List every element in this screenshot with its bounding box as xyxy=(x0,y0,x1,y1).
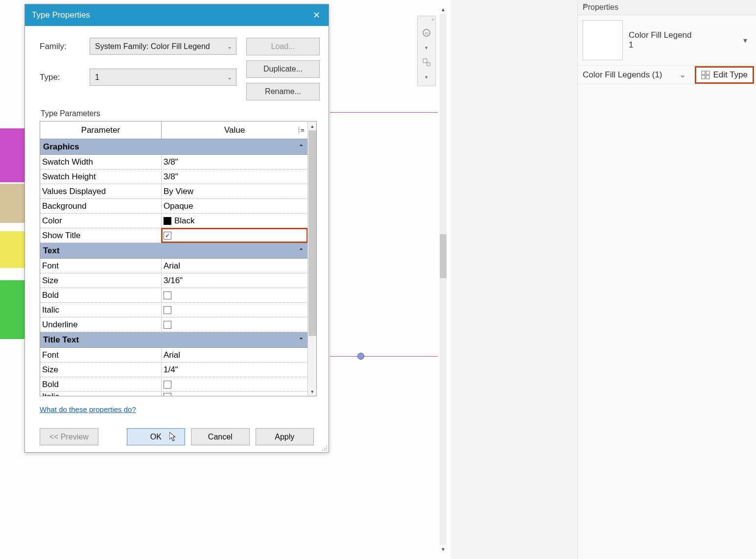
param-value[interactable]: 1/4" xyxy=(162,363,307,377)
param-t-bold[interactable]: Bold xyxy=(40,377,307,392)
svg-point-11 xyxy=(322,450,323,451)
param-value[interactable] xyxy=(162,303,307,317)
param-value[interactable]: Opaque xyxy=(162,199,307,213)
param-label: Swatch Height xyxy=(40,170,162,184)
svg-point-12 xyxy=(324,450,325,451)
plan-region-green xyxy=(0,280,25,339)
param-value[interactable]: By View xyxy=(162,184,307,198)
apply-button[interactable]: Apply xyxy=(256,428,314,445)
param-t-size[interactable]: Size 1/4" xyxy=(40,363,307,377)
group-title-text-label: Title Text xyxy=(43,335,79,345)
checkbox-icon[interactable] xyxy=(164,292,171,299)
nav-close-icon[interactable]: × xyxy=(431,17,434,23)
col-value-header[interactable]: Value = xyxy=(162,122,307,139)
family-label: Family: xyxy=(40,42,81,51)
duplicate-button[interactable]: Duplicate... xyxy=(246,60,320,78)
type-combo[interactable]: 1 ⌄ xyxy=(90,69,236,86)
type-selector-text: Color Fill Legend 1 xyxy=(629,30,737,50)
col-parameter-header[interactable]: Parameter xyxy=(40,122,162,139)
collapse-icon[interactable]: ⌃ xyxy=(299,337,304,343)
param-background[interactable]: Background Opaque xyxy=(40,199,307,214)
nav-caret2-icon[interactable]: ▾ xyxy=(422,72,431,82)
rename-button[interactable]: Rename... xyxy=(246,83,320,100)
table-scrollbar[interactable]: ▴ ▾ xyxy=(307,122,316,396)
param-label: Background xyxy=(40,199,162,213)
param-value[interactable]: 3/8" xyxy=(162,155,307,169)
type-selector-caret-icon[interactable]: ▾ xyxy=(743,36,751,45)
param-value[interactable]: 3/8" xyxy=(162,170,307,184)
param-value[interactable]: 3/16" xyxy=(162,273,307,288)
svg-rect-6 xyxy=(702,75,705,79)
param-swatch-height[interactable]: Swatch Height 3/8" xyxy=(40,170,307,184)
checkbox-icon[interactable] xyxy=(164,232,171,240)
family-combo[interactable]: System Family: Color Fill Legend ⌄ xyxy=(90,38,236,55)
param-value[interactable] xyxy=(162,228,307,243)
drag-handle-dot[interactable] xyxy=(357,353,364,360)
type-parameters-table: Parameter Value = Graphics ⌃ Swatch Widt… xyxy=(40,121,317,396)
param-color[interactable]: Color Black xyxy=(40,214,307,228)
group-graphics-label: Graphics xyxy=(43,142,79,152)
svg-point-9 xyxy=(324,448,325,449)
param-italic[interactable]: Italic xyxy=(40,303,307,317)
svg-rect-5 xyxy=(706,71,709,74)
param-t-italic[interactable]: Italic xyxy=(40,392,307,396)
param-value[interactable]: Arial xyxy=(162,348,307,362)
plan-region-tan xyxy=(0,184,25,223)
group-text[interactable]: Text ⌃ xyxy=(40,243,307,259)
dialog-close-button[interactable]: ✕ xyxy=(308,7,325,23)
param-value[interactable] xyxy=(162,288,307,302)
scroll-down-icon[interactable]: ▾ xyxy=(308,387,316,396)
param-values-displayed[interactable]: Values Displayed By View xyxy=(40,184,307,199)
category-dropdown[interactable]: Color Fill Legends (1) ⌄ xyxy=(578,68,695,82)
param-size[interactable]: Size 3/16" xyxy=(40,273,307,288)
plan-region-magenta xyxy=(0,128,25,182)
help-link[interactable]: What do these properties do? xyxy=(40,405,136,413)
param-label: Swatch Width xyxy=(40,155,162,169)
group-title-text[interactable]: Title Text ⌃ xyxy=(40,332,307,348)
canvas-scrollbar[interactable]: ▴ ▾ xyxy=(438,5,448,554)
dialog-titlebar[interactable]: Type Properties ✕ xyxy=(25,4,329,26)
param-value[interactable] xyxy=(162,392,307,396)
scroll-up-icon[interactable]: ▴ xyxy=(308,122,316,130)
type-family-name: Color Fill Legend xyxy=(629,30,737,40)
scroll-down-icon[interactable]: ▾ xyxy=(439,545,448,554)
param-underline[interactable]: Underline xyxy=(40,317,307,332)
steering-wheel-icon[interactable]: 2D xyxy=(422,28,431,38)
param-label: Size xyxy=(40,363,162,377)
checkbox-icon[interactable] xyxy=(164,393,171,396)
svg-rect-4 xyxy=(702,71,705,74)
scroll-up-icon[interactable]: ▴ xyxy=(439,5,448,14)
preview-button[interactable]: << Preview xyxy=(40,428,98,445)
checkbox-icon[interactable] xyxy=(164,306,171,314)
param-swatch-width[interactable]: Swatch Width 3/8" xyxy=(40,155,307,170)
edit-type-icon xyxy=(701,71,710,79)
scroll-thumb[interactable] xyxy=(440,234,447,278)
type-selector[interactable]: Color Fill Legend 1 ▾ xyxy=(578,15,756,66)
checkbox-icon[interactable] xyxy=(164,321,171,329)
param-value[interactable] xyxy=(162,377,307,391)
group-graphics[interactable]: Graphics ⌃ xyxy=(40,139,307,155)
checkbox-icon[interactable] xyxy=(164,381,171,389)
param-value[interactable]: Arial xyxy=(162,259,307,273)
type-name: 1 xyxy=(629,40,737,50)
param-bold[interactable]: Bold xyxy=(40,288,307,303)
param-font[interactable]: Font Arial xyxy=(40,259,307,273)
param-show-title[interactable]: Show Title xyxy=(40,228,307,243)
category-label: Color Fill Legends (1) xyxy=(583,70,662,80)
edit-type-button[interactable]: Edit Type xyxy=(695,66,754,84)
param-value[interactable] xyxy=(162,317,307,332)
scroll-track[interactable] xyxy=(440,14,447,545)
scroll-thumb[interactable] xyxy=(308,130,316,336)
param-t-font[interactable]: Font Arial xyxy=(40,348,307,363)
collapse-icon[interactable]: ⌃ xyxy=(299,144,304,150)
resize-grip-icon[interactable] xyxy=(321,444,328,451)
collapse-icon[interactable]: ⌃ xyxy=(299,247,304,254)
ok-button[interactable]: OK xyxy=(127,428,186,445)
param-value[interactable]: Black xyxy=(162,214,307,228)
navigation-bar[interactable]: × 2D ▾ ▾ xyxy=(417,16,436,86)
cancel-button[interactable]: Cancel xyxy=(191,428,250,445)
properties-panel: Properties Color Fill Legend 1 ▾ Color F… xyxy=(577,0,756,559)
type-properties-dialog: Type Properties ✕ Family: System Family:… xyxy=(24,4,329,453)
zoom-region-icon[interactable] xyxy=(422,57,431,67)
nav-caret-icon[interactable]: ▾ xyxy=(422,43,431,52)
